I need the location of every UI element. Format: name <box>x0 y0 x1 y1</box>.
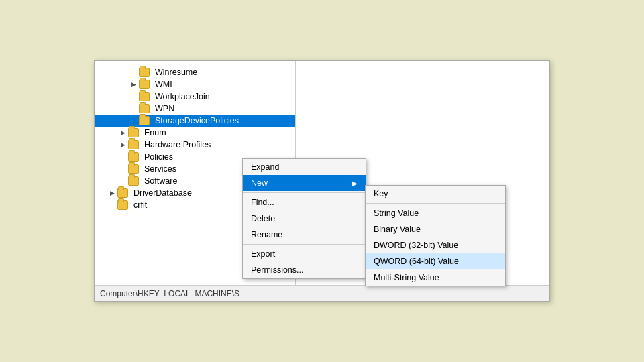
context-menu-item-label: Find... <box>251 198 274 207</box>
tree-item-label: Software <box>144 176 177 186</box>
tree-expand-arrow[interactable] <box>129 68 138 76</box>
tree-expand-arrow[interactable] <box>119 165 127 173</box>
tree-expand-arrow[interactable] <box>119 177 127 185</box>
tree-expand-arrow[interactable] <box>129 105 138 113</box>
status-bar: Computer\HKEY_LOCAL_MACHINE\S <box>95 285 549 301</box>
context-menu-item-label: Permissions... <box>251 265 304 275</box>
context-menu-item[interactable]: Find... <box>243 194 366 210</box>
folder-icon <box>139 116 150 125</box>
tree-expand-arrow[interactable]: ▶ <box>108 189 116 197</box>
tree-item-label: Hardware Profiles <box>144 140 211 149</box>
folder-icon <box>128 164 139 174</box>
context-menu-item[interactable]: Rename <box>243 227 366 243</box>
tree-item-label: DriverDatabase <box>133 188 192 198</box>
tree-expand-arrow[interactable]: ▶ <box>119 141 127 149</box>
folder-icon <box>139 92 150 101</box>
folder-icon <box>117 188 128 198</box>
tree-expand-arrow[interactable] <box>129 93 138 101</box>
context-menu-item-label: Delete <box>251 214 275 223</box>
tree-item-label: Enum <box>144 128 166 137</box>
tree-expand-arrow[interactable]: ▶ <box>129 80 138 88</box>
submenu-item[interactable]: Key <box>366 186 505 202</box>
tree-item-label: StorageDevicePolicies <box>155 116 239 125</box>
tree-expand-arrow[interactable] <box>108 201 116 209</box>
submenu: KeyString ValueBinary ValueDWORD (32-bit… <box>365 185 506 286</box>
folder-icon <box>139 104 150 113</box>
tree-item-label: WMI <box>155 80 172 89</box>
folder-icon <box>128 152 139 162</box>
tree-item[interactable]: WorkplaceJoin <box>95 90 295 103</box>
context-menu: ExpandNew▶Find...DeleteRenameExportPermi… <box>242 158 366 279</box>
tree-item-label: WPN <box>155 104 174 113</box>
context-menu-item-label: Rename <box>251 230 282 239</box>
tree-item-label: WorkplaceJoin <box>155 92 210 101</box>
status-path: Computer\HKEY_LOCAL_MACHINE\S <box>100 289 239 298</box>
submenu-item[interactable]: Binary Value <box>366 221 505 237</box>
context-menu-item[interactable]: Delete <box>243 210 366 227</box>
tree-item[interactable]: WPN <box>95 103 295 115</box>
tree-item[interactable]: ▶WMI <box>95 78 295 90</box>
context-menu-item[interactable]: New▶ <box>243 175 366 191</box>
submenu-arrow-icon: ▶ <box>352 180 358 187</box>
context-menu-item-label: Export <box>251 249 275 259</box>
tree-item[interactable]: ▶Enum <box>95 127 295 139</box>
folder-icon <box>128 176 139 186</box>
folder-icon <box>128 128 139 137</box>
tree-expand-arrow[interactable] <box>119 153 127 161</box>
context-menu-item-label: New <box>251 178 268 188</box>
submenu-item[interactable]: String Value <box>366 205 505 221</box>
folder-icon <box>139 68 150 77</box>
tree-item-label: Winresume <box>155 68 197 77</box>
submenu-item[interactable]: Multi-String Value <box>366 269 505 286</box>
context-menu-item[interactable]: Export <box>243 246 366 262</box>
tree-expand-arrow[interactable]: ▶ <box>119 129 127 137</box>
tree-item[interactable]: ▶Hardware Profiles <box>95 139 295 151</box>
context-menu-item-label: Expand <box>251 162 279 172</box>
tree-item-label: crfit <box>133 200 147 210</box>
tree-item[interactable]: Winresume <box>95 66 295 78</box>
folder-icon <box>139 80 150 89</box>
submenu-item[interactable]: QWORD (64-bit) Value <box>366 253 505 269</box>
tree-item-label: Services <box>144 164 176 174</box>
submenu-item[interactable]: DWORD (32-bit) Value <box>366 237 505 253</box>
folder-icon <box>117 200 128 210</box>
context-menu-item[interactable]: Permissions... <box>243 262 366 278</box>
folder-icon <box>128 140 139 149</box>
tree-expand-arrow[interactable] <box>129 117 138 125</box>
tree-item[interactable]: StorageDevicePolicies <box>95 115 295 127</box>
tree-item-label: Policies <box>144 152 173 162</box>
registry-window: Winresume▶WMIWorkplaceJoinWPNStorageDevi… <box>94 60 550 302</box>
context-menu-item[interactable]: Expand <box>243 159 366 175</box>
